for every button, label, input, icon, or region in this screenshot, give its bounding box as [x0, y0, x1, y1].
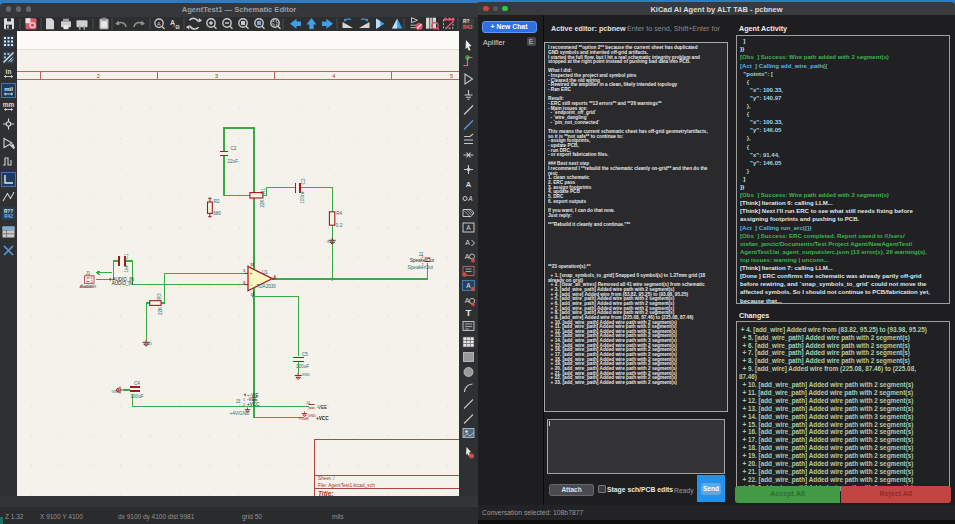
svg-text:R??: R??	[4, 209, 13, 214]
svg-text:mm: mm	[3, 101, 15, 108]
svg-text:A: A	[465, 239, 470, 246]
svg-text:in: in	[6, 68, 12, 75]
svg-text:A: A	[466, 224, 471, 231]
svg-text:R42: R42	[4, 214, 13, 219]
svg-text:R42: R42	[463, 24, 472, 30]
svg-text:A: A	[465, 297, 470, 304]
svg-text:T: T	[466, 307, 472, 318]
svg-text:mil: mil	[4, 86, 13, 92]
svg-text:A: A	[467, 195, 472, 202]
svg-text:A: A	[465, 253, 470, 260]
svg-text:A: A	[170, 19, 175, 26]
svg-text:A: A	[466, 180, 472, 189]
svg-text:A: A	[157, 21, 161, 27]
svg-text:A: A	[466, 282, 471, 289]
